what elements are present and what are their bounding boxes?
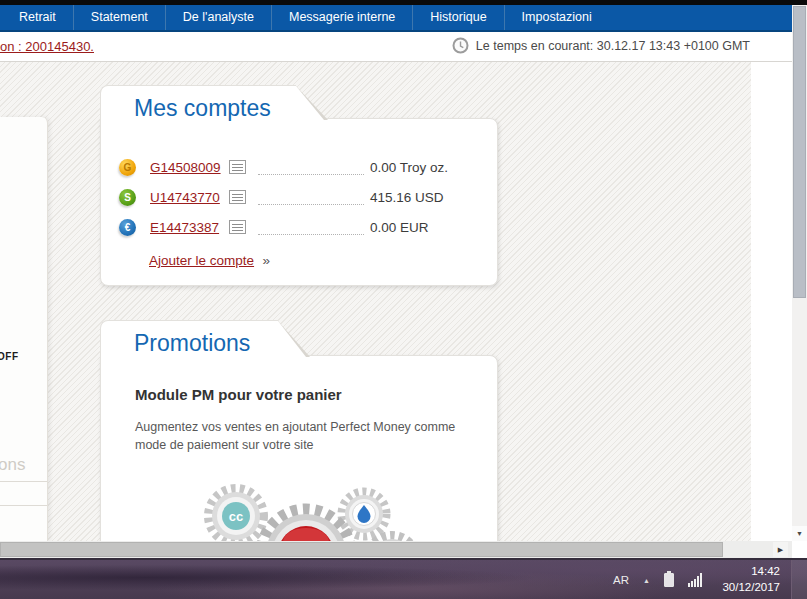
nav-item-messagerie[interactable]: Messagerie interne: [272, 5, 413, 30]
horizontal-scrollbar-thumb[interactable]: [0, 542, 723, 557]
tray-expand-icon[interactable]: ▲: [643, 575, 650, 584]
server-time: Le temps en courant: 30.12.17 13:43 +010…: [452, 37, 750, 54]
mes-comptes-panel: Mes comptes G G14508009 0.00 Troy oz. S …: [100, 85, 498, 286]
network-signal-icon[interactable]: [688, 573, 702, 587]
language-indicator[interactable]: AR: [613, 574, 629, 586]
nav-item-impostazioni[interactable]: Impostazioni: [505, 5, 609, 30]
window-top-strip: [0, 0, 807, 5]
dotted-leader: [258, 190, 364, 205]
svg-text:cc: cc: [229, 509, 243, 524]
mes-comptes-body: G G14508009 0.00 Troy oz. S U14743770 41…: [100, 118, 498, 286]
promo-image[interactable]: cc: [191, 464, 421, 541]
horizontal-scrollbar[interactable]: ▶: [0, 541, 792, 558]
vertical-scrollbar[interactable]: ▼: [792, 5, 807, 541]
taskbar: AR ▲ 14:42 30/12/2017: [0, 558, 807, 599]
system-tray: AR ▲ 14:42 30/12/2017: [613, 560, 780, 599]
gold-coin-icon: G: [119, 159, 136, 176]
clock-icon: [452, 37, 469, 54]
account-memo-icon[interactable]: [229, 220, 246, 234]
taskbar-clock[interactable]: 14:42 30/12/2017: [716, 564, 780, 595]
left-panel-text-fragment: ons: [0, 455, 25, 475]
dotted-leader: [258, 160, 364, 175]
divider: [0, 505, 47, 506]
divider: [0, 481, 47, 482]
account-balance: 415.16 USD: [370, 190, 444, 205]
promotions-body: Module PM pour votre panier Augmentez vo…: [100, 355, 498, 541]
promotions-panel: Promotions Module PM pour votre panier A…: [100, 320, 498, 541]
usd-coin-icon: S: [119, 189, 136, 206]
main-nav: Retrait Statement De l'analyste Messager…: [0, 5, 792, 32]
add-account-row: Ajouter le compte »: [101, 251, 497, 269]
header-bar: on : 200145430. Le temps en courant: 30.…: [0, 32, 807, 62]
promotions-title: Promotions: [134, 330, 250, 357]
nav-item-analyste[interactable]: De l'analyste: [166, 5, 272, 30]
add-account-link[interactable]: Ajouter le compte: [149, 253, 254, 268]
gear-cc-icon: cc: [209, 489, 263, 541]
taskbar-time: 14:42: [716, 564, 780, 580]
page-content: OFF ons Mes comptes G G14508009 0.00 Tro…: [0, 62, 792, 541]
battery-icon[interactable]: [664, 573, 674, 587]
account-memo-icon[interactable]: [229, 160, 246, 174]
promo-description: Augmentez vos ventes en ajoutant Perfect…: [135, 418, 477, 454]
nav-item-statement[interactable]: Statement: [74, 5, 166, 30]
screen: Retrait Statement De l'analyste Messager…: [0, 0, 807, 599]
show-desktop-button[interactable]: [791, 560, 807, 599]
account-row: G G14508009 0.00 Troy oz.: [101, 152, 497, 182]
gear-pm-icon: PM: [262, 510, 350, 541]
scroll-down-icon[interactable]: ▼: [792, 526, 807, 541]
account-link-eur[interactable]: E14473387: [150, 220, 229, 235]
promotions-tab: Promotions: [100, 320, 278, 356]
vertical-scrollbar-thumb[interactable]: [793, 6, 806, 298]
promo-heading: Module PM pour votre panier: [135, 386, 477, 403]
account-row: € E14473387 0.00 EUR: [101, 212, 497, 242]
nav-item-historique[interactable]: Historique: [413, 5, 504, 30]
nav-item-retrait[interactable]: Retrait: [2, 5, 74, 30]
left-cutoff-panel: OFF ons: [0, 117, 48, 541]
left-panel-text-fragment: OFF: [0, 351, 19, 362]
account-balance: 0.00 EUR: [370, 220, 429, 235]
account-memo-icon[interactable]: [229, 190, 246, 204]
mes-comptes-title: Mes comptes: [134, 95, 271, 122]
mes-comptes-tab: Mes comptes: [100, 85, 296, 119]
server-time-label: Le temps en courant: 30.12.17 13:43 +010…: [476, 39, 750, 53]
dotted-leader: [258, 220, 364, 235]
account-link-usd[interactable]: U14743770: [150, 190, 229, 205]
account-link-gold[interactable]: G14508009: [150, 160, 229, 175]
account-row: S U14743770 415.16 USD: [101, 182, 497, 212]
taskbar-date: 30/12/2017: [716, 580, 780, 596]
account-number-link[interactable]: on : 200145430.: [0, 39, 94, 54]
scroll-right-icon[interactable]: ▶: [773, 542, 788, 557]
add-account-arrow: »: [263, 253, 271, 268]
eur-coin-icon: €: [119, 219, 136, 236]
account-balance: 0.00 Troy oz.: [370, 160, 448, 175]
